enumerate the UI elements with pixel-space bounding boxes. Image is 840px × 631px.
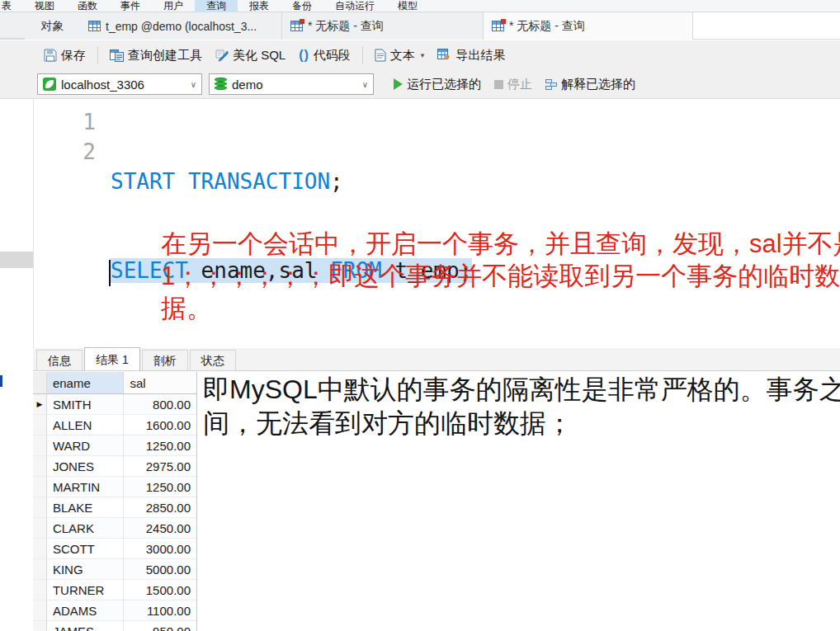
parentheses-icon: () [299,48,309,63]
cell-sal[interactable]: 1100.00 [124,600,196,621]
run-icon [394,78,403,90]
menu-item-query[interactable]: 查询 [195,0,238,12]
run-toolbar: localhost_3306 ∨ demo ∨ 运行已选择的 停止 解释已选择的 [0,70,840,99]
table-row[interactable]: TURNER1500.00 [33,580,196,600]
cell-ename[interactable]: JONES [47,456,125,477]
current-row-marker: ▶ [33,394,47,415]
menu-item-automation[interactable]: 自动运行 [323,0,386,12]
stop-button[interactable]: 停止 [488,73,539,95]
cell-sal[interactable]: 2850.00 [124,497,196,518]
menu-item-report[interactable]: 报表 [238,0,281,12]
cell-ename[interactable]: ALLEN [47,415,125,436]
cell-sal[interactable]: 1250.00 [124,477,196,497]
cell-ename[interactable]: BLAKE [47,497,125,518]
database-select[interactable]: demo ∨ [209,73,374,95]
query-toolbar: 保存 查询创建工具 美化 SQL () 代码段 文本 ▾ 导出结果 [0,40,840,70]
save-label: 保存 [61,48,86,64]
query-icon [290,21,303,31]
cell-ename[interactable]: KING [47,559,125,580]
tab-bar-spacer [0,12,25,39]
table-row[interactable]: ALLEN1600.00 [33,415,196,436]
export-result-label: 导出结果 [455,48,505,64]
column-header-ename[interactable]: ename [47,372,125,394]
tab-query-2-active[interactable]: * 无标题 - 查询 [484,12,693,40]
tab-objects-label: 对象 [41,19,64,34]
connection-select[interactable]: localhost_3306 ∨ [37,73,202,95]
cell-ename[interactable]: WARD [47,436,125,456]
table-row[interactable]: ▶SMITH800.00 [33,394,196,415]
cell-ename[interactable]: JAMES [47,621,125,631]
cell-sal[interactable]: 950.00 [124,621,196,631]
menu-item-function[interactable]: 函数 [66,0,109,12]
explain-selected-label: 解释已选择的 [561,77,635,92]
explain-selected-button[interactable]: 解释已选择的 [539,73,642,95]
save-button[interactable]: 保存 [37,45,92,66]
cell-sal[interactable]: 1250.00 [124,436,196,456]
cell-sal[interactable]: 2450.00 [124,518,196,539]
text-view-label: 文本 [390,48,415,64]
menu-item-table[interactable]: 表 [0,0,23,12]
menu-item-user[interactable]: 用户 [152,0,195,12]
cell-ename[interactable]: MARTIN [47,477,125,497]
table-row[interactable]: JONES2975.00 [33,456,196,477]
menu-item-event[interactable]: 事件 [109,0,152,12]
row-marker [33,580,47,600]
tab-table-temp[interactable]: t_emp @demo (localhost_3... [80,12,282,40]
text-view-button[interactable]: 文本 ▾ [368,45,432,66]
tab-profile[interactable]: 剖析 [142,350,188,370]
cell-ename[interactable]: CLARK [47,518,125,539]
cell-ename[interactable]: TURNER [47,580,125,600]
text-cursor [109,260,111,286]
run-selected-button[interactable]: 运行已选择的 [387,73,488,95]
export-result-button[interactable]: 导出结果 [431,45,512,66]
query-builder-label: 查询创建工具 [128,48,202,64]
cell-sal[interactable]: 3000.00 [124,539,196,559]
code-snippet-label: 代码段 [314,48,351,64]
save-icon [44,49,57,62]
row-marker-header [33,372,47,394]
tab-query-1-label: * 无标题 - 查询 [308,19,384,34]
database-icon [215,78,227,91]
table-row[interactable]: ADAMS1100.00 [33,600,196,621]
export-result-icon [437,49,451,62]
table-row[interactable]: KING5000.00 [33,559,196,580]
menu-item-view[interactable]: 视图 [23,0,66,12]
menu-item-backup[interactable]: 备份 [281,0,323,12]
result-grid[interactable]: ename sal ▶SMITH800.00ALLEN1600.00WARD12… [33,372,197,631]
code-snippet-button[interactable]: () 代码段 [292,45,357,66]
beautify-sql-label: 美化 SQL [233,48,286,64]
navicat-query-window: 表 视图 函数 事件 用户 查询 报表 备份 自动运行 模型 对象 t_emp … [0,0,840,631]
beautify-sql-button[interactable]: 美化 SQL [209,45,292,66]
line-number: 1 [34,107,96,137]
row-marker [33,415,47,436]
tab-objects[interactable]: 对象 [25,12,80,40]
cell-ename[interactable]: SMITH [47,394,125,415]
sidebar-splitter-handle[interactable] [0,252,33,268]
document-tab-bar: 对象 t_emp @demo (localhost_3... * 无标题 - 查… [0,12,840,40]
cell-sal[interactable]: 1500.00 [124,580,196,600]
query-icon [492,21,504,31]
table-row[interactable]: CLARK2450.00 [33,518,196,539]
table-row[interactable]: SCOTT3000.00 [33,539,196,559]
cell-sal[interactable]: 5000.00 [124,559,196,580]
tab-table-label: t_emp @demo (localhost_3... [106,20,257,33]
table-row[interactable]: BLAKE2850.00 [33,497,196,518]
tab-status[interactable]: 状态 [190,350,236,370]
cell-ename[interactable]: ADAMS [47,600,125,621]
row-marker [33,518,47,539]
tab-result-1[interactable]: 结果 1 [84,347,140,370]
cell-sal[interactable]: 800.00 [124,394,196,415]
cell-sal[interactable]: 1600.00 [124,415,196,436]
tab-message[interactable]: 信息 [36,350,83,370]
table-row[interactable]: JAMES950.00 [33,621,196,631]
table-row[interactable]: MARTIN1250.00 [33,477,196,497]
cell-ename[interactable]: SCOTT [47,539,125,559]
query-builder-button[interactable]: 查询创建工具 [103,45,209,66]
explain-icon [545,79,557,90]
table-row[interactable]: WARD1250.00 [33,436,196,456]
menu-item-model[interactable]: 模型 [386,0,429,12]
column-header-sal[interactable]: sal [124,372,196,394]
cell-sal[interactable]: 2975.00 [124,456,196,477]
chevron-down-icon: ▾ [421,51,425,59]
tab-query-1[interactable]: * 无标题 - 查询 [282,12,484,40]
